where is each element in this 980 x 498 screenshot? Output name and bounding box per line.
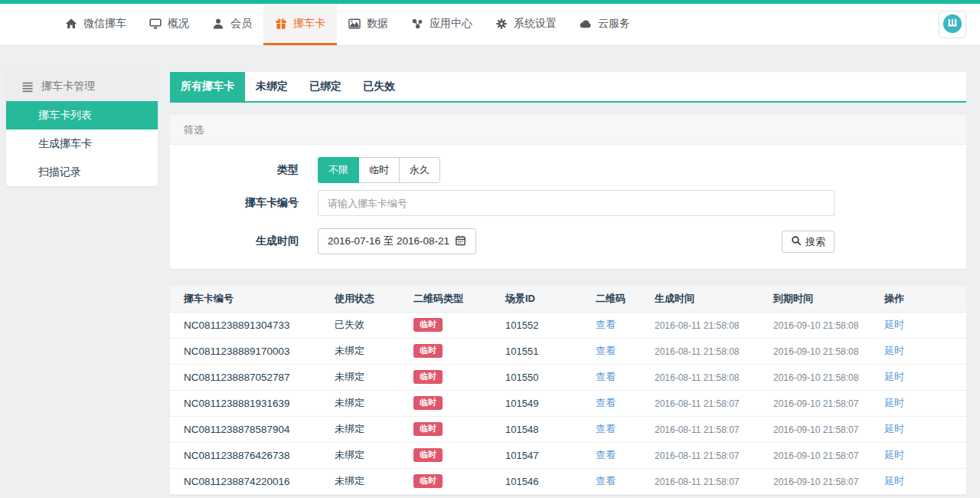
date-value: 2016-08-11 21:58:07: [655, 450, 740, 461]
cell-qr-view-link[interactable]: 查看: [596, 319, 616, 330]
cell-action-link[interactable]: 延时: [884, 345, 904, 356]
nav-item-settings[interactable]: 系统设置: [484, 4, 568, 45]
table-row: NC0811238878587904未绑定临时101548查看2016-08-1…: [170, 416, 966, 442]
cell-scene-id: 101548: [492, 416, 582, 442]
sidebar-item-scan-log[interactable]: 扫描记录: [6, 158, 158, 186]
table-header-cell: 挪车卡编号: [170, 286, 321, 312]
qr-type-badge: 临时: [413, 318, 443, 332]
tab-all[interactable]: 所有挪车卡: [170, 72, 245, 101]
cell-action: 延时: [871, 442, 966, 468]
cell-expires-at: 2016-09-10 21:58:08: [760, 312, 871, 338]
cell-expires-at: 2016-09-10 21:58:07: [760, 468, 871, 494]
cell-scene-id: 101551: [492, 338, 582, 364]
cell-status: 已失效: [321, 312, 400, 338]
cell-qr-view-link[interactable]: 查看: [596, 397, 616, 408]
cell-action-link[interactable]: 延时: [884, 449, 904, 460]
nav-item-label: 概况: [168, 17, 189, 31]
type-option-2[interactable]: 永久: [399, 157, 440, 183]
brand-logo-button[interactable]: [939, 11, 966, 38]
cell-card-no: NC0811238891304733: [170, 312, 321, 338]
cell-qr-view-link[interactable]: 查看: [596, 371, 616, 382]
cell-created-at: 2016-08-11 21:58:07: [641, 390, 760, 416]
date-value: 2016-09-10 21:58:07: [773, 450, 858, 461]
type-option-0[interactable]: 不限: [318, 157, 359, 183]
table-header-cell: 二维码类型: [400, 286, 492, 312]
tabs-bar: 所有挪车卡未绑定已绑定已失效: [170, 72, 966, 103]
filter-row-type: 类型 不限临时永久: [170, 157, 966, 183]
nav-item-appcenter[interactable]: 应用中心: [400, 4, 484, 45]
sidebar-header-label: 挪车卡管理: [41, 80, 95, 93]
cell-card-no: NC0811238878587904: [170, 416, 321, 442]
cell-action-link[interactable]: 延时: [884, 371, 904, 382]
gift-icon: [275, 18, 287, 30]
cell-qr-view-link[interactable]: 查看: [596, 423, 616, 434]
tab-unbound[interactable]: 未绑定: [245, 72, 299, 101]
cell-qr-view-link[interactable]: 查看: [596, 475, 616, 487]
cell-created-at: 2016-08-11 21:58:07: [641, 442, 760, 468]
cell-scene-id: 101552: [492, 312, 582, 338]
qr-type-badge: 临时: [413, 422, 443, 436]
cell-card-no: NC0811238876426738: [170, 442, 321, 468]
top-nav-items: 微信挪车概况会员挪车卡数据应用中心系统设置云服务: [54, 4, 642, 45]
brand-logo-icon: [942, 13, 963, 37]
table-header-cell: 场景ID: [492, 286, 582, 312]
cell-action: 延时: [871, 390, 966, 416]
cell-qr-view-link[interactable]: 查看: [596, 449, 616, 460]
cell-expires-at: 2016-09-10 21:58:07: [760, 416, 871, 442]
cell-action-link[interactable]: 延时: [884, 423, 904, 434]
cell-qr-type: 临时: [400, 390, 492, 416]
desktop-icon: [149, 18, 162, 30]
nav-item-label: 系统设置: [514, 17, 557, 31]
cell-status: 未绑定: [321, 390, 400, 416]
nav-item-cloud[interactable]: 云服务: [568, 4, 642, 45]
cell-qr-view-link[interactable]: 查看: [596, 345, 616, 356]
nav-item-members[interactable]: 会员: [201, 4, 263, 45]
sidebar: 挪车卡管理 挪车卡列表生成挪车卡扫描记录: [6, 72, 158, 186]
table-row: NC0811238876426738未绑定临时101547查看2016-08-1…: [170, 442, 966, 468]
filter-form: 类型 不限临时永久 挪车卡编号 生成时间 2016-07-16 至 2: [170, 145, 966, 269]
cell-card-no: NC0811238874220016: [170, 468, 321, 494]
table-row: NC0811238891304733已失效临时101552查看2016-08-1…: [170, 312, 966, 338]
filter-row-cardno: 挪车卡编号: [170, 190, 966, 216]
cell-status: 未绑定: [321, 442, 400, 468]
cell-action-link[interactable]: 延时: [884, 397, 904, 408]
main-content: 所有挪车卡未绑定已绑定已失效 筛选 类型 不限临时永久 挪车卡编号: [170, 72, 966, 495]
cell-action-link[interactable]: 延时: [884, 319, 904, 330]
cell-action-link[interactable]: 延时: [884, 475, 904, 487]
date-range-button[interactable]: 2016-07-16 至 2016-08-21: [318, 228, 476, 254]
date-value: 2016-09-10 21:58:08: [773, 346, 858, 357]
cell-qr-view: 查看: [582, 338, 641, 364]
search-button[interactable]: 搜索: [782, 231, 835, 253]
cell-expires-at: 2016-09-10 21:58:08: [760, 364, 871, 390]
sidebar-item-card-list[interactable]: 挪车卡列表: [6, 101, 158, 129]
tab-bound[interactable]: 已绑定: [299, 72, 352, 101]
cell-card-no: NC0811238881931639: [170, 390, 321, 416]
search-icon: [791, 235, 802, 248]
nav-item-label: 应用中心: [430, 17, 472, 31]
cell-qr-view: 查看: [582, 312, 641, 338]
card-no-input[interactable]: [318, 190, 835, 216]
table-row: NC0811238889170003未绑定临时101551查看2016-08-1…: [170, 338, 966, 364]
nav-item-cards[interactable]: 挪车卡: [263, 4, 337, 45]
date-value: 2016-08-11 21:58:08: [655, 372, 740, 383]
date-value: 2016-09-10 21:58:08: [773, 372, 858, 383]
list-icon: [21, 80, 34, 93]
table-header-cell: 生成时间: [641, 286, 760, 312]
table-row: NC0811238874220016未绑定临时101546查看2016-08-1…: [170, 468, 966, 494]
date-value: 2016-08-11 21:58:07: [655, 424, 740, 435]
nav-item-home[interactable]: 微信挪车: [54, 4, 138, 45]
apps-icon: [411, 18, 423, 30]
nav-item-data[interactable]: 数据: [337, 4, 400, 45]
table-header-cell: 二维码: [582, 286, 641, 312]
filter-panel-title: 筛选: [170, 115, 966, 145]
qr-type-badge: 临时: [413, 370, 443, 384]
tab-expired[interactable]: 已失效: [352, 72, 406, 101]
date-value: 2016-09-10 21:58:07: [773, 398, 858, 409]
sidebar-item-create-card[interactable]: 生成挪车卡: [6, 129, 158, 158]
nav-item-overview[interactable]: 概况: [138, 4, 201, 45]
cell-expires-at: 2016-09-10 21:58:07: [760, 442, 871, 468]
cell-qr-view: 查看: [582, 468, 641, 494]
cell-created-at: 2016-08-11 21:58:08: [641, 338, 760, 364]
type-option-1[interactable]: 临时: [358, 157, 400, 183]
cell-qr-view: 查看: [582, 442, 641, 468]
